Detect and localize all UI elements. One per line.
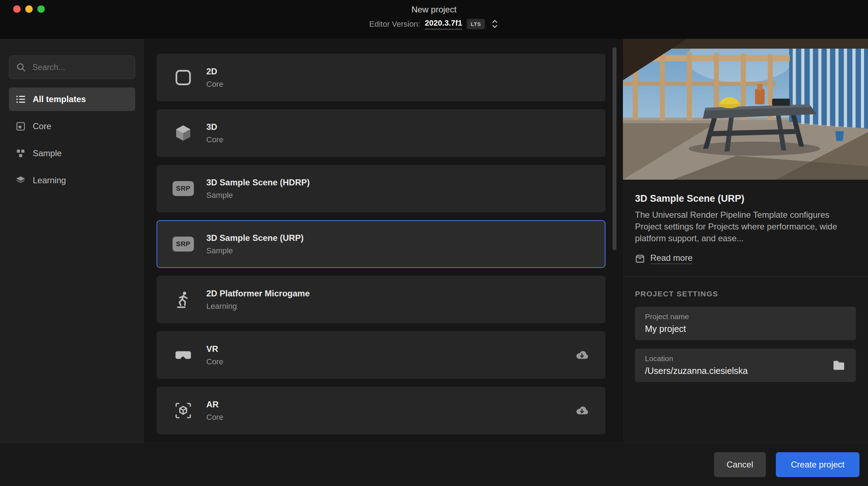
dialog-footer: Cancel Create project	[0, 443, 868, 486]
template-list-panel: 2D Core 3D Core	[144, 39, 623, 443]
close-window-button[interactable]	[13, 5, 21, 13]
template-subtitle: Core	[206, 135, 223, 144]
template-list: 2D Core 3D Core	[157, 54, 605, 434]
srp-badge: SRP	[173, 181, 194, 196]
details-description: The Universal Render Pipeline Template c…	[635, 209, 856, 244]
maximize-window-button[interactable]	[37, 5, 45, 13]
cloud-download-icon	[575, 348, 589, 362]
ar-cube-icon	[171, 401, 195, 420]
lts-badge: LTS	[467, 19, 485, 29]
sidebar: All templates Core Sample	[0, 39, 144, 443]
template-title: 3D Sample Scene (URP)	[206, 233, 303, 243]
template-title: 2D Platformer Microgame	[206, 289, 310, 299]
template-subtitle: Sample	[206, 246, 303, 255]
cloud-download-icon	[575, 403, 589, 418]
template-subtitle: Core	[206, 413, 223, 422]
location-field[interactable]: Location /Users/zuzanna.ciesielska	[635, 349, 856, 382]
template-filter-nav: All templates Core Sample	[9, 88, 135, 192]
sample-icon	[15, 148, 26, 159]
square-2d-icon	[171, 68, 195, 87]
sidebar-item-all-templates[interactable]: All templates	[9, 88, 135, 111]
list-icon	[15, 94, 26, 105]
sidebar-item-label: Learning	[33, 175, 66, 185]
project-name-field[interactable]: Project name My project	[635, 307, 856, 340]
template-title: AR	[206, 400, 223, 410]
cube-3d-icon	[171, 124, 195, 142]
location-value: /Users/zuzanna.ciesielska	[645, 366, 826, 376]
sidebar-item-label: Sample	[33, 148, 62, 158]
new-project-dialog: New project Editor Version: 2020.3.7f1 L…	[0, 0, 868, 486]
sidebar-item-sample[interactable]: Sample	[9, 142, 135, 165]
read-more-label: Read more	[650, 253, 693, 264]
sidebar-item-core[interactable]: Core	[9, 115, 135, 138]
project-name-label: Project name	[645, 312, 846, 321]
template-title: 3D Sample Scene (HDRP)	[206, 178, 310, 187]
folder-icon[interactable]	[832, 358, 846, 373]
template-title: VR	[206, 344, 223, 354]
package-icon	[635, 254, 645, 264]
minimize-window-button[interactable]	[25, 5, 33, 13]
read-more-link[interactable]: Read more	[635, 253, 693, 264]
learning-icon	[15, 175, 26, 186]
runner-icon	[171, 290, 195, 309]
template-details-panel: 3D Sample Scene (URP) The Universal Rend…	[623, 39, 868, 443]
chevron-up-down-icon[interactable]	[491, 19, 499, 30]
template-card-urp[interactable]: SRP 3D Sample Scene (URP) Sample	[157, 220, 605, 268]
srp-badge: SRP	[173, 237, 194, 252]
page-title: New project	[0, 0, 868, 15]
search-icon	[16, 62, 26, 73]
title-bar: New project Editor Version: 2020.3.7f1 L…	[0, 0, 868, 39]
template-subtitle: Core	[206, 80, 223, 89]
search-input[interactable]	[32, 62, 128, 73]
template-title: 2D	[206, 67, 223, 76]
main-area: All templates Core Sample	[0, 39, 868, 443]
project-name-value: My project	[645, 324, 846, 334]
editor-version-label: Editor Version:	[369, 20, 420, 29]
project-settings-heading: PROJECT SETTINGS	[635, 290, 856, 298]
sidebar-item-label: All templates	[33, 94, 86, 104]
template-title: 3D	[206, 122, 223, 132]
editor-version-value[interactable]: 2020.3.7f1	[425, 19, 462, 30]
sidebar-item-learning[interactable]: Learning	[9, 169, 135, 192]
template-card-ar[interactable]: AR Core	[157, 387, 605, 434]
vr-headset-icon	[171, 346, 195, 364]
template-preview-image	[623, 39, 868, 180]
cancel-button[interactable]: Cancel	[714, 452, 766, 477]
window-controls	[13, 5, 45, 13]
core-icon	[15, 121, 26, 132]
sidebar-item-label: Core	[33, 121, 51, 131]
template-subtitle: Learning	[206, 302, 310, 311]
template-card-3d[interactable]: 3D Core	[157, 109, 605, 157]
search-box	[9, 56, 135, 79]
template-card-2d[interactable]: 2D Core	[157, 54, 605, 101]
template-card-vr[interactable]: VR Core	[157, 331, 605, 379]
template-card-hdrp[interactable]: SRP 3D Sample Scene (HDRP) Sample	[157, 165, 605, 212]
template-list-scrollbar[interactable]	[613, 47, 616, 250]
editor-version-row: Editor Version: 2020.3.7f1 LTS	[0, 19, 868, 30]
template-card-2d-platformer[interactable]: 2D Platformer Microgame Learning	[157, 276, 605, 323]
create-project-button[interactable]: Create project	[776, 452, 859, 477]
template-subtitle: Core	[206, 357, 223, 366]
location-label: Location	[645, 354, 826, 363]
template-subtitle: Sample	[206, 191, 310, 200]
details-title: 3D Sample Scene (URP)	[635, 193, 856, 204]
